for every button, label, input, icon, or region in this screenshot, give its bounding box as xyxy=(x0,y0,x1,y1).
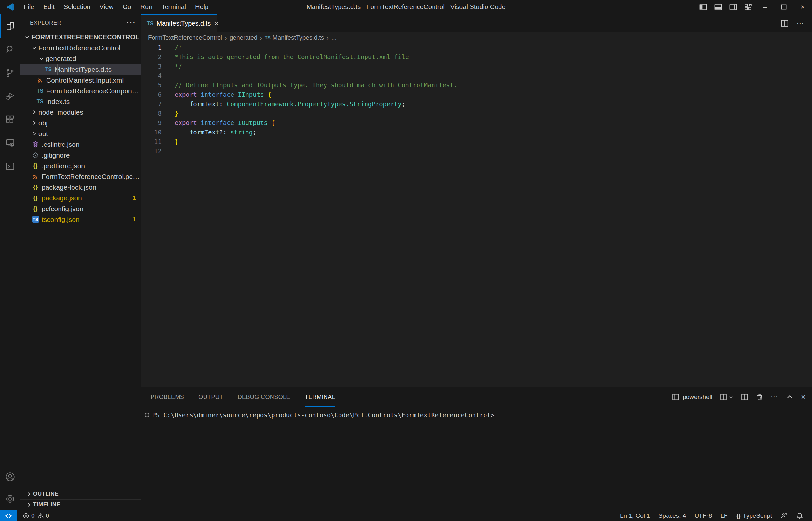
remote-explorer-icon[interactable] xyxy=(0,131,20,155)
warnings-status: 0 xyxy=(36,512,53,519)
panel-tabs: PROBLEMSOUTPUTDEBUG CONSOLETERMINAL xyxy=(151,387,335,407)
status-indentation[interactable]: Spaces: 4 xyxy=(654,512,690,519)
accounts-icon[interactable] xyxy=(0,466,20,488)
tree-item-label: generated xyxy=(45,55,77,63)
tree-item-package-json[interactable]: {}package.json1 xyxy=(20,192,141,203)
terminal-instance[interactable]: powershell xyxy=(672,393,712,401)
tree-item-formtextreferencecomponent-tsx[interactable]: TSFormTextReferenceComponent.tsx xyxy=(20,86,141,96)
status-cursor-position[interactable]: Ln 1, Col 1 xyxy=(616,512,654,519)
run-and-debug-icon[interactable] xyxy=(0,85,20,108)
chevron-down-icon xyxy=(30,45,38,51)
panel-tab-output[interactable]: OUTPUT xyxy=(198,387,223,407)
close-tab-icon[interactable]: × xyxy=(214,20,218,28)
maximize-button[interactable] xyxy=(774,0,793,14)
panel-tab-problems[interactable]: PROBLEMS xyxy=(151,387,184,407)
line-number: 8 xyxy=(142,109,162,118)
command-decoration-icon[interactable] xyxy=(145,413,149,417)
close-window-button[interactable]: × xyxy=(793,0,812,14)
kill-terminal-icon[interactable] xyxy=(756,393,763,401)
status-encoding[interactable]: UTF-8 xyxy=(690,512,716,519)
chevron-right-icon xyxy=(30,110,38,115)
toggle-sidebar-icon[interactable] xyxy=(696,0,710,14)
tree-item-label: FormTextReferenceComponent.tsx xyxy=(46,87,141,95)
tree-item--gitignore[interactable]: .gitignore xyxy=(20,150,141,160)
console-icon[interactable] xyxy=(0,155,20,178)
breadcrumb-item[interactable]: TSManifestTypes.d.ts xyxy=(265,34,324,41)
outline-section[interactable]: OUTLINE xyxy=(20,489,141,499)
tree-root-folder[interactable]: FORMTEXTREFERENCECONTROL xyxy=(20,32,141,43)
breadcrumb-separator: › xyxy=(326,34,329,42)
minimize-button[interactable]: – xyxy=(755,0,774,14)
code-line-11: 11} xyxy=(142,137,812,146)
tab-manifesttypes[interactable]: TS ManifestTypes.d.ts × xyxy=(142,14,217,32)
line-number: 6 xyxy=(142,90,162,99)
line-number: 7 xyxy=(142,99,162,109)
panel-tab-debug-console[interactable]: DEBUG CONSOLE xyxy=(238,387,291,407)
split-editor-icon[interactable] xyxy=(781,20,789,27)
tree-item--eslintrc-json[interactable]: .eslintrc.json xyxy=(20,139,141,150)
menu-terminal[interactable]: Terminal xyxy=(157,0,191,14)
tree-item-controlmanifest-input-xml[interactable]: ControlManifest.Input.xml xyxy=(20,75,141,86)
tree-item-formtextreferencecontrol-pcfproj[interactable]: FormTextReferenceControl.pcfproj xyxy=(20,171,141,182)
search-icon[interactable] xyxy=(0,38,20,61)
line-number: 5 xyxy=(142,81,162,90)
breadcrumb-item[interactable]: generated xyxy=(230,34,258,41)
more-actions-icon[interactable]: ··· xyxy=(797,20,804,26)
feedback-icon[interactable] xyxy=(776,512,792,519)
close-panel-icon[interactable]: × xyxy=(801,393,806,401)
menu-selection[interactable]: Selection xyxy=(59,0,95,14)
breadcrumb-item[interactable]: ... xyxy=(332,34,337,41)
menu-edit[interactable]: Edit xyxy=(39,0,59,14)
menu-run[interactable]: Run xyxy=(136,0,157,14)
remote-indicator[interactable] xyxy=(0,510,17,521)
code-line-6: 6export interface IInputs { xyxy=(142,90,812,99)
code-editor[interactable]: 1/*2*This is auto generated from the Con… xyxy=(142,43,812,387)
git-file-icon xyxy=(31,152,40,159)
source-control-icon[interactable] xyxy=(0,61,20,85)
menu-file[interactable]: File xyxy=(19,0,39,14)
chevron-right-icon xyxy=(25,502,33,508)
menu-view[interactable]: View xyxy=(95,0,118,14)
terminal-prompt-line: PS C:\Users\dminer\source\repos\products… xyxy=(145,410,812,420)
split-terminal-icon[interactable] xyxy=(741,393,748,401)
extensions-icon[interactable] xyxy=(0,108,20,131)
line-number: 12 xyxy=(142,146,162,156)
breadcrumb-item[interactable]: FormTextReferenceControl xyxy=(148,34,222,41)
status-eol[interactable]: LF xyxy=(716,512,732,519)
explorer-icon[interactable] xyxy=(0,14,20,38)
tree-item-pcfconfig-json[interactable]: {}pcfconfig.json xyxy=(20,203,141,214)
tree-item-tsconfig-json[interactable]: TStsconfig.json1 xyxy=(20,214,141,225)
explorer-more-actions-icon[interactable]: ··· xyxy=(127,19,136,27)
xml-file-icon xyxy=(31,174,40,180)
panel-header: PROBLEMSOUTPUTDEBUG CONSOLETERMINAL powe… xyxy=(142,387,812,407)
explorer-header: EXPLORER ··· xyxy=(20,14,141,32)
tree-item-generated[interactable]: generated xyxy=(20,53,141,64)
tree-item--prettierrc-json[interactable]: {}.prettierrc.json xyxy=(20,160,141,171)
tree-item-out[interactable]: out xyxy=(20,128,141,139)
terminal-body[interactable]: PS C:\Users\dminer\source\repos\products… xyxy=(142,407,812,510)
panel-actions: powershell ··· × xyxy=(672,393,806,401)
panel-tab-terminal[interactable]: TERMINAL xyxy=(305,387,335,407)
status-language[interactable]: {}TypeScript xyxy=(732,512,776,519)
problems-status[interactable]: 0 0 xyxy=(20,512,52,519)
customize-layout-icon[interactable] xyxy=(741,0,755,14)
tree-item-formtextreferencecontrol[interactable]: FormTextReferenceControl xyxy=(20,43,141,53)
settings-gear-icon[interactable] xyxy=(0,488,20,510)
menu-help[interactable]: Help xyxy=(191,0,213,14)
tree-item-manifesttypes-d-ts[interactable]: TSManifestTypes.d.ts xyxy=(20,64,141,75)
timeline-section[interactable]: TIMELINE xyxy=(20,499,141,510)
maximize-panel-icon[interactable] xyxy=(786,393,793,401)
menu-go[interactable]: Go xyxy=(118,0,136,14)
tree-item-index-ts[interactable]: TSindex.ts xyxy=(20,96,141,107)
tree-item-node-modules[interactable]: node_modules xyxy=(20,107,141,118)
notifications-bell-icon[interactable] xyxy=(792,512,808,519)
panel-more-actions-icon[interactable]: ··· xyxy=(771,394,778,400)
toggle-secondary-sidebar-icon[interactable] xyxy=(726,0,741,14)
ts-file-icon: TS xyxy=(36,88,44,94)
tree-item-obj[interactable]: obj xyxy=(20,118,141,128)
launch-profile-icon[interactable] xyxy=(720,393,733,401)
toggle-panel-icon[interactable] xyxy=(710,0,726,14)
tree-item-package-lock-json[interactable]: {}package-lock.json xyxy=(20,182,141,192)
workbench: EXPLORER ··· FORMTEXTREFERENCECONTROLFor… xyxy=(0,14,812,510)
vscode-logo-icon xyxy=(6,3,15,12)
